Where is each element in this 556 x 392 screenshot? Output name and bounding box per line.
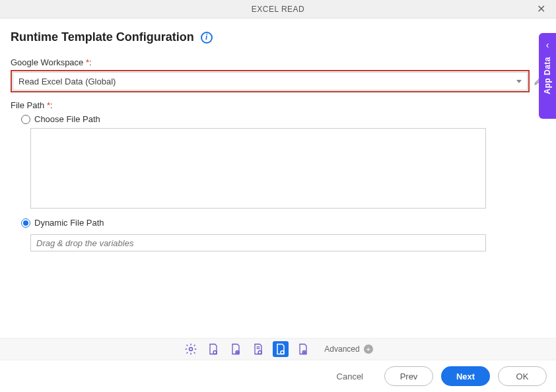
toolbar: Advanced +: [0, 338, 556, 360]
gear-icon[interactable]: [183, 341, 199, 357]
cancel-button[interactable]: Cancel: [324, 366, 376, 386]
plus-circle-icon: +: [364, 344, 373, 354]
info-icon[interactable]: i: [201, 32, 213, 44]
radio-choose-filepath[interactable]: Choose File Path: [21, 114, 545, 124]
side-tab-label: App Data: [543, 57, 552, 94]
svg-point-0: [190, 348, 193, 351]
radio-label: Choose File Path: [34, 114, 100, 124]
chevron-down-icon: [516, 80, 522, 83]
workspace-row: Read Excel Data (Global): [11, 70, 545, 92]
svg-point-4: [258, 351, 261, 354]
svg-point-2: [236, 351, 239, 354]
page-gear-1-icon[interactable]: [205, 341, 221, 357]
close-icon[interactable]: ✕: [533, 3, 549, 15]
page-title-row: Runtime Template Configuration i: [11, 30, 545, 44]
svg-point-7: [304, 352, 305, 353]
filepath-label: File Path *:: [11, 100, 545, 110]
advanced-label: Advanced: [324, 344, 359, 354]
filepath-drop-area[interactable]: [30, 128, 486, 209]
radio-dynamic-filepath[interactable]: Dynamic File Path: [21, 218, 545, 228]
dynamic-filepath-input[interactable]: [30, 234, 486, 251]
page-gear-3-icon[interactable]: [250, 341, 266, 357]
radio-icon: [21, 115, 30, 124]
footer: Cancel Prev Next OK: [0, 360, 556, 392]
advanced-toggle[interactable]: Advanced +: [324, 344, 372, 354]
page-gear-active-icon[interactable]: [273, 341, 289, 357]
radio-label: Dynamic File Path: [34, 218, 104, 228]
page-xls-preview-icon[interactable]: [295, 341, 311, 357]
svg-point-6: [302, 351, 306, 354]
workspace-value: Read Excel Data (Global): [18, 77, 116, 86]
next-button[interactable]: Next: [441, 366, 490, 386]
dialog-title: EXCEL READ: [252, 5, 305, 14]
dialog-header: EXCEL READ ✕: [0, 0, 556, 18]
prev-button[interactable]: Prev: [384, 366, 433, 386]
content-area: Runtime Template Configuration i Google …: [0, 18, 556, 251]
workspace-select-highlight: Read Excel Data (Global): [11, 70, 530, 92]
svg-point-5: [281, 351, 284, 354]
svg-point-1: [213, 351, 217, 354]
workspace-select[interactable]: Read Excel Data (Global): [13, 72, 528, 90]
svg-point-3: [237, 352, 238, 353]
workspace-label: Google Workspace *:: [11, 57, 545, 67]
page-title: Runtime Template Configuration: [11, 30, 194, 44]
radio-icon: [21, 218, 30, 228]
app-data-tab[interactable]: ‹ App Data: [539, 33, 556, 119]
chevron-left-icon: ‹: [546, 40, 549, 50]
page-gear-2-icon[interactable]: [228, 341, 244, 357]
ok-button[interactable]: OK: [498, 366, 547, 386]
